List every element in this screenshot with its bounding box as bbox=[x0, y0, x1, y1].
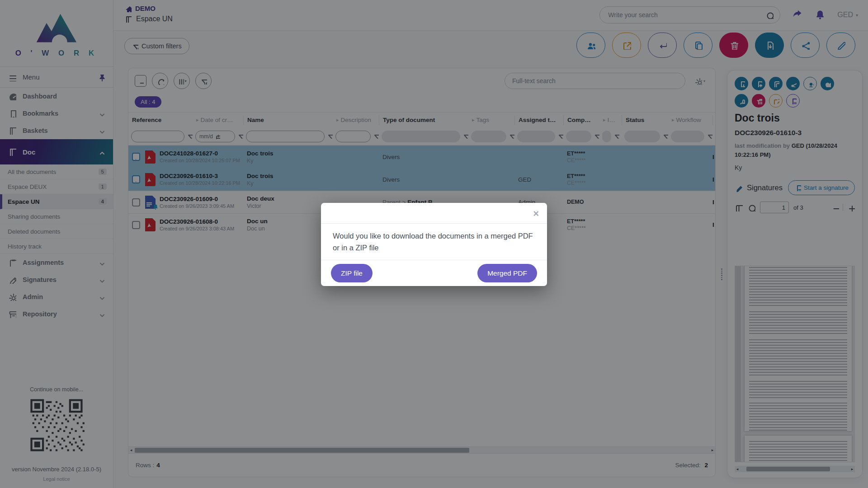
dialog-footer: ZIP file Merged PDF bbox=[321, 260, 547, 286]
dialog-message: Would you like to download the documents… bbox=[321, 224, 547, 260]
app-root: O ' W O R K Menu Dashboard Bookmarks Bas… bbox=[0, 0, 868, 488]
dialog-header: × bbox=[321, 203, 547, 224]
download-choice-dialog: × Would you like to download the documen… bbox=[321, 203, 547, 286]
close-icon[interactable]: × bbox=[533, 209, 539, 219]
merged-pdf-button[interactable]: Merged PDF bbox=[477, 264, 537, 282]
zip-file-button[interactable]: ZIP file bbox=[331, 264, 373, 282]
